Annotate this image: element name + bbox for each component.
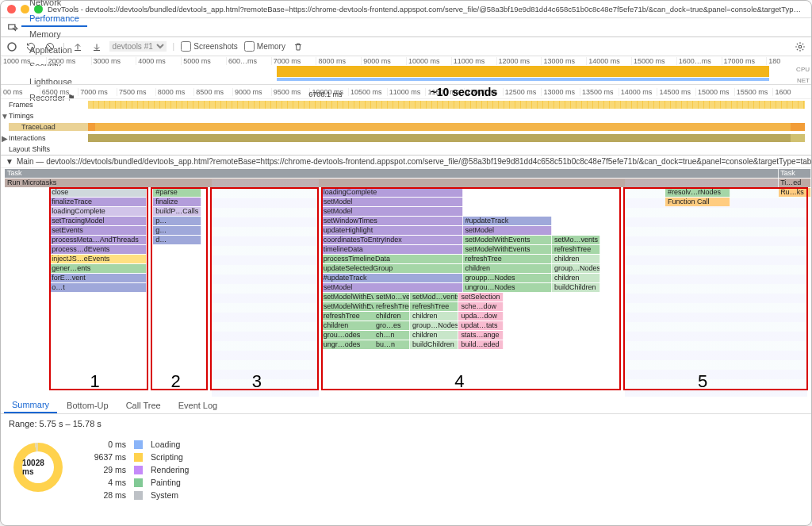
clear-icon[interactable] xyxy=(44,40,56,53)
ruler-tick: 1000 ms xyxy=(1,57,46,65)
legend-label: Loading xyxy=(151,440,189,449)
inspect-icon[interactable] xyxy=(6,21,20,35)
legend-swatch xyxy=(134,453,143,462)
legend-label: Scripting xyxy=(151,452,189,462)
legend-swatch xyxy=(134,478,143,487)
interactions-row[interactable]: Interactions xyxy=(9,134,88,142)
cpu-label: CPU xyxy=(796,66,810,73)
ruler-tick: 5000 ms xyxy=(181,57,226,65)
upload-icon[interactable] xyxy=(71,40,84,53)
ruler-tick: 600…ms xyxy=(226,57,271,65)
ruler-tick: 8500 ms xyxy=(193,88,232,96)
legend-value: 28 ms xyxy=(86,490,126,500)
perf-toolbar: | devtools #1 | Screenshots Memory xyxy=(1,37,811,56)
ruler-tick: 17000 ms xyxy=(722,57,767,65)
record-icon[interactable] xyxy=(6,40,18,53)
ruler-tick: 00 ms xyxy=(1,88,40,96)
ruler-tick: 15000 ms xyxy=(631,57,676,65)
tab-performance[interactable]: Performance xyxy=(21,11,87,27)
settings-icon[interactable] xyxy=(794,40,806,53)
ruler-tick: 2000 ms xyxy=(46,57,91,65)
region-num-3: 3 xyxy=(252,371,262,392)
overview-timeline[interactable]: 1000 ms2000 ms3000 ms4000 ms5000 ms600…m… xyxy=(1,56,811,85)
ruler-tick: 4000 ms xyxy=(136,57,181,65)
region-num-5: 5 xyxy=(698,371,707,392)
ruler-tick: 3000 ms xyxy=(91,57,136,65)
task-bar[interactable]: Task xyxy=(5,169,779,178)
legend-label: Painting xyxy=(151,478,189,487)
ruler-tick: 8000 ms xyxy=(316,57,361,65)
traceload-row[interactable]: TraceLoad xyxy=(9,123,88,131)
ruler-tick: 11000 ms xyxy=(451,57,496,65)
trash-icon[interactable] xyxy=(292,40,304,53)
ruler-tick: 9000 ms xyxy=(232,88,271,96)
ruler-tick: 9500 ms xyxy=(271,88,310,96)
region-box-3 xyxy=(210,187,319,390)
timings-row[interactable]: Timings xyxy=(9,112,88,120)
ruler-tick: 10000 ms xyxy=(406,57,451,65)
legend-label: System xyxy=(151,490,189,500)
flame-bar[interactable]: Task xyxy=(779,169,811,178)
legend-value: 9637 ms xyxy=(86,452,126,462)
screenshots-toggle[interactable]: Screenshots xyxy=(181,41,238,52)
legend-swatch xyxy=(134,466,143,474)
detail-tab-event-log[interactable]: Event Log xyxy=(170,398,226,413)
tab-network[interactable]: Network xyxy=(21,0,87,11)
ruler-tick: 15000 ms xyxy=(695,88,734,96)
ruler-tick: 8000 ms xyxy=(155,88,194,96)
net-band xyxy=(2,78,810,81)
ruler-tick: 1600 xyxy=(772,88,811,96)
ruler-tick: 1600…ms xyxy=(676,57,722,65)
time-marker: 6708.1 ms xyxy=(308,90,342,98)
ruler-tick: 7000 ms xyxy=(78,88,117,96)
main-thread-header[interactable]: ▼Main — devtools://devtools/bundled/devt… xyxy=(1,155,811,168)
region-box-5 xyxy=(623,187,808,390)
annotation-text: ~10 seconds xyxy=(431,86,497,98)
legend: 0 msLoading9637 msScripting29 msRenderin… xyxy=(86,440,189,500)
ruler-tick: 13500 ms xyxy=(580,88,619,96)
ruler-tick: 11000 ms xyxy=(387,88,426,96)
detail-tab-call-tree[interactable]: Call Tree xyxy=(118,398,169,413)
ruler-tick: 7500 ms xyxy=(117,88,155,96)
detail-tab-summary[interactable]: Summary xyxy=(4,397,57,413)
ruler-tick: 14500 ms xyxy=(657,88,695,96)
ruler-tick: 14000 ms xyxy=(619,88,657,96)
profile-select[interactable]: devtools #1 xyxy=(109,41,167,52)
legend-label: Rendering xyxy=(151,465,189,474)
memory-toggle[interactable]: Memory xyxy=(244,41,285,52)
svg-point-3 xyxy=(799,45,802,48)
region-num-4: 4 xyxy=(454,371,464,392)
ruler-tick: 15500 ms xyxy=(734,88,773,96)
detail-ruler[interactable]: 00 ms6500 ms7000 ms7500 ms8000 ms8500 ms… xyxy=(1,85,811,99)
ruler-tick: 12500 ms xyxy=(503,88,542,96)
flame-bar[interactable]: Ti…ed xyxy=(779,179,811,187)
ruler-tick: 10500 ms xyxy=(348,88,387,96)
ruler-tick: 180 xyxy=(766,57,811,65)
region-num-1: 1 xyxy=(90,371,99,392)
layoutshifts-row[interactable]: Layout Shifts xyxy=(9,145,88,153)
titlebar: DevTools - devtools://devtools/bundled/d… xyxy=(1,1,811,18)
flame-chart[interactable]: Task Run Microtasks closefinalizeTracelo… xyxy=(1,168,811,397)
range-text: Range: 5.75 s – 15.78 s xyxy=(1,414,811,433)
frames-row[interactable]: Frames xyxy=(9,101,88,109)
ruler-tick: 7000 ms xyxy=(271,57,316,65)
download-icon[interactable] xyxy=(90,40,103,53)
legend-swatch xyxy=(134,491,143,500)
donut-chart: 10028 ms xyxy=(13,443,63,492)
detail-tab-bottom-up[interactable]: Bottom-Up xyxy=(59,398,117,413)
region-box-4 xyxy=(321,187,621,390)
window-title: DevTools - devtools://devtools/bundled/d… xyxy=(48,5,805,13)
donut-total: 10028 ms xyxy=(22,451,54,483)
svg-point-1 xyxy=(8,43,16,51)
reload-icon[interactable] xyxy=(25,40,37,53)
legend-value: 4 ms xyxy=(86,478,126,487)
legend-value: 0 ms xyxy=(86,440,126,449)
panel-tabs: ElementsConsoleSourcesNetworkPerformance… xyxy=(1,18,811,37)
region-box-2 xyxy=(151,187,208,390)
close-window-icon[interactable] xyxy=(7,5,16,13)
cpu-band xyxy=(2,66,810,77)
legend-value: 29 ms xyxy=(86,465,126,474)
ruler-tick: 6500 ms xyxy=(40,88,79,96)
net-label: NET xyxy=(797,77,810,84)
region-num-2: 2 xyxy=(171,371,181,392)
